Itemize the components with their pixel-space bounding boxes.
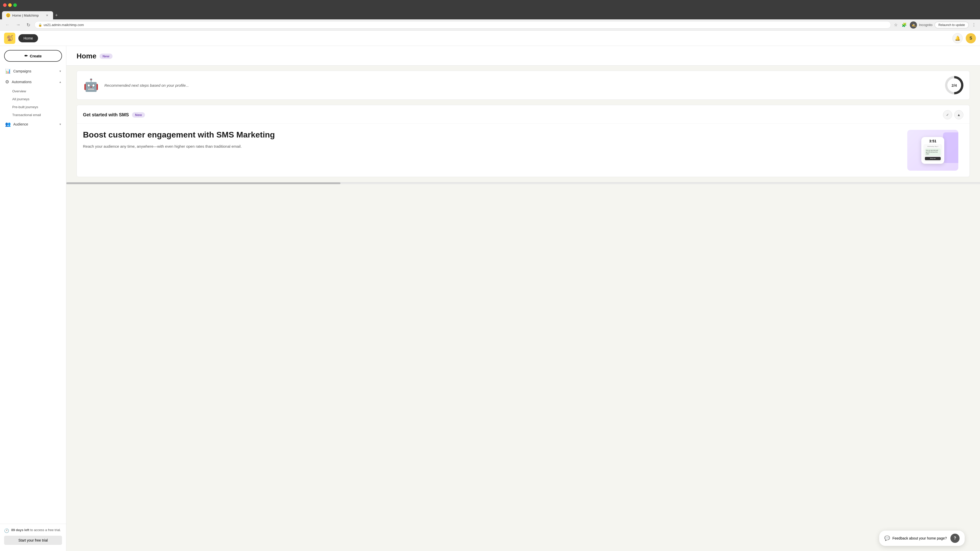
main-content: Home New 🤖 Recommended next steps based …: [66, 46, 980, 551]
trial-text: 🕐 89 days left to access a free trial.: [4, 528, 62, 533]
trial-days: 89 days left to access a free trial.: [11, 528, 61, 532]
automations-icon: ⚙: [5, 79, 9, 85]
create-button[interactable]: ✏ Create: [4, 50, 62, 62]
page-title: Home: [76, 52, 97, 60]
tab-close-button[interactable]: ✕: [45, 13, 49, 17]
lock-icon: 🔒: [38, 23, 42, 27]
campaigns-chevron: ▾: [59, 69, 61, 73]
user-avatar[interactable]: S: [966, 33, 976, 43]
audience-chevron: ▾: [59, 122, 61, 126]
sms-headline: Boost customer engagement with SMS Marke…: [83, 130, 901, 140]
phone-bg: [943, 132, 958, 163]
sms-text-column: Boost customer engagement with SMS Marke…: [83, 130, 901, 155]
minimize-window-button[interactable]: [8, 3, 12, 7]
phone-date: Wednesday, May 6: [925, 146, 941, 148]
app-container: ✏ Create 📊 Campaigns ▾ ⚙ Automations ▴ O…: [0, 46, 980, 551]
audience-icon: 👥: [5, 121, 11, 127]
sidebar: ✏ Create 📊 Campaigns ▾ ⚙ Automations ▴ O…: [0, 46, 66, 551]
forward-button[interactable]: →: [14, 21, 22, 29]
help-button[interactable]: ?: [950, 534, 959, 543]
progress-circle: 2/4: [945, 76, 963, 94]
notification-button[interactable]: 🔔: [953, 33, 963, 43]
sms-mockup: 3:51 Wednesday, May 6 Join our text club…: [907, 130, 958, 171]
incognito-icon: 🕵: [912, 23, 916, 27]
sidebar-sub-item-overview[interactable]: Overview: [0, 87, 66, 95]
extensions-button[interactable]: 🧩: [900, 21, 908, 28]
page-header: Home New: [66, 46, 980, 65]
check-icon: ✓: [946, 113, 949, 117]
tab-bar: 🐒 Home | Mailchimp ✕ +: [0, 10, 980, 19]
sms-title: Get started with SMS: [83, 112, 129, 118]
close-window-button[interactable]: [3, 3, 6, 7]
chevron-up-icon: ▲: [957, 113, 961, 117]
sidebar-sub-item-transactional[interactable]: Transactional email: [0, 111, 66, 119]
progress-section: 🤖 Recommended next steps based on your p…: [76, 71, 970, 100]
sms-collapse-button[interactable]: ▲: [954, 110, 963, 119]
campaigns-label: Campaigns: [13, 69, 57, 73]
refresh-button[interactable]: ↻: [24, 21, 32, 29]
more-menu-button[interactable]: ⋮: [971, 21, 977, 28]
feedback-icon: 💬: [884, 535, 890, 541]
phone-cta: Shop now: [925, 157, 941, 160]
browser-titlebar: [0, 0, 980, 10]
robot-illustration: 🤖: [83, 77, 99, 94]
campaigns-icon: 📊: [5, 68, 11, 74]
address-bar[interactable]: 🔒 us21.admin.mailchimp.com: [35, 21, 891, 29]
sms-section: Get started with SMS New ✓ ▲ Boost custo…: [76, 105, 970, 177]
audience-label: Audience: [13, 122, 57, 126]
new-tab-button[interactable]: +: [53, 11, 60, 19]
clock-icon: 🕐: [4, 528, 9, 533]
page-new-badge: New: [100, 54, 113, 59]
sms-image-column: 3:51 Wednesday, May 6 Join our text club…: [907, 130, 963, 171]
create-label: Create: [30, 54, 42, 58]
tab-title: Home | Mailchimp: [12, 14, 39, 17]
bookmark-button[interactable]: ☆: [893, 21, 899, 28]
sms-content: Boost customer engagement with SMS Marke…: [77, 124, 969, 177]
url-text: us21.admin.mailchimp.com: [44, 23, 84, 27]
phone-screen: Wednesday, May 6 Join our text club and …: [923, 144, 942, 162]
sms-check-button[interactable]: ✓: [943, 110, 952, 119]
phone-message: Join our text club and get 10% off your …: [925, 148, 941, 156]
progress-ratio: 2/4: [947, 78, 961, 92]
browser-toolbar: ← → ↻ 🔒 us21.admin.mailchimp.com ☆ 🧩 🕵 I…: [0, 19, 980, 30]
incognito-badge: 🕵: [910, 21, 917, 29]
horizontal-scrollbar-thumb[interactable]: [66, 183, 340, 184]
topbar-right: 🔔 S: [953, 33, 976, 43]
active-tab[interactable]: 🐒 Home | Mailchimp ✕: [2, 11, 53, 19]
progress-text: Recommended next steps based on your pro…: [104, 83, 940, 87]
sms-subtext: Reach your audience any time, anywhere—w…: [83, 144, 901, 149]
maximize-window-button[interactable]: [13, 3, 17, 7]
sidebar-sub-item-pre-built[interactable]: Pre-built journeys: [0, 103, 66, 111]
phone-mockup: 3:51 Wednesday, May 6 Join our text club…: [921, 137, 944, 164]
sms-new-badge: New: [132, 112, 145, 118]
automations-chevron: ▴: [59, 80, 61, 84]
sidebar-item-campaigns[interactable]: 📊 Campaigns ▾: [0, 66, 66, 76]
start-trial-button[interactable]: Start your free trial: [4, 536, 62, 545]
sms-header: Get started with SMS New ✓ ▲: [77, 105, 969, 124]
tab-favicon: 🐒: [6, 13, 10, 17]
bell-icon: 🔔: [955, 35, 960, 41]
create-icon: ✏: [24, 54, 28, 58]
window-controls: [3, 3, 17, 7]
sidebar-sub-item-all-journeys[interactable]: All journeys: [0, 95, 66, 103]
trial-notice: 🕐 89 days left to access a free trial. S…: [0, 524, 66, 549]
feedback-bar: 💬 Feedback about your home page? ?: [879, 530, 965, 546]
sidebar-item-automations[interactable]: ⚙ Automations ▴: [0, 76, 66, 87]
browser-chrome: 🐒 Home | Mailchimp ✕ + ← → ↻ 🔒 us21.admi…: [0, 0, 980, 30]
app-topbar: 🐒 Home 🔔 S: [0, 30, 980, 46]
toolbar-right: ☆ 🧩 🕵 Incognito Relaunch to update ⋮: [893, 21, 977, 29]
incognito-label: Incognito: [919, 23, 932, 27]
phone-time: 3:51: [923, 139, 942, 143]
mailchimp-logo[interactable]: 🐒: [4, 33, 15, 44]
relaunch-button[interactable]: Relaunch to update: [935, 22, 969, 28]
horizontal-scrollbar[interactable]: [66, 182, 980, 184]
home-nav-pill[interactable]: Home: [18, 34, 38, 42]
feedback-label: Feedback about your home page?: [892, 536, 947, 540]
back-button[interactable]: ←: [3, 21, 12, 29]
automations-label: Automations: [12, 80, 57, 84]
sidebar-item-audience[interactable]: 👥 Audience ▾: [0, 119, 66, 130]
sms-controls: ✓ ▲: [943, 110, 963, 119]
